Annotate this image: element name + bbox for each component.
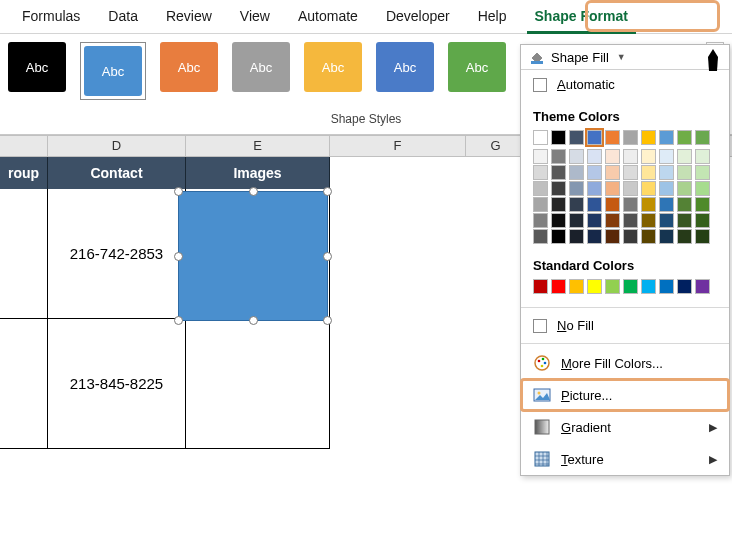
theme-tint-swatch[interactable] <box>587 181 602 196</box>
standard-color-swatch[interactable] <box>677 279 692 294</box>
theme-tint-swatch[interactable] <box>551 229 566 244</box>
style-swatch-5[interactable]: Abc <box>304 42 362 92</box>
theme-tint-swatch[interactable] <box>551 197 566 212</box>
theme-color-swatch[interactable] <box>533 130 548 145</box>
tab-help[interactable]: Help <box>464 2 521 33</box>
theme-color-swatch[interactable] <box>677 130 692 145</box>
theme-tint-swatch[interactable] <box>623 149 638 164</box>
theme-tint-swatch[interactable] <box>641 213 656 228</box>
standard-color-swatch[interactable] <box>533 279 548 294</box>
theme-tint-swatch[interactable] <box>587 213 602 228</box>
theme-tint-swatch[interactable] <box>569 149 584 164</box>
theme-tint-swatch[interactable] <box>659 149 674 164</box>
col-header-g[interactable]: G <box>466 136 526 156</box>
theme-tint-swatch[interactable] <box>587 165 602 180</box>
style-swatch-6[interactable]: Abc <box>376 42 434 92</box>
theme-tint-swatch[interactable] <box>659 213 674 228</box>
theme-tint-swatch[interactable] <box>533 197 548 212</box>
cell-images-2[interactable] <box>186 319 330 449</box>
tab-shape-format[interactable]: Shape Format <box>521 2 642 33</box>
col-header-c[interactable] <box>0 136 48 156</box>
standard-color-swatch[interactable] <box>659 279 674 294</box>
col-header-e[interactable]: E <box>186 136 330 156</box>
cell-contact-2[interactable]: 213-845-8225 <box>48 319 186 449</box>
theme-color-swatch[interactable] <box>551 130 566 145</box>
style-swatch-3[interactable]: Abc <box>160 42 218 92</box>
fill-no-fill[interactable]: No Fill <box>521 311 729 340</box>
theme-color-swatch[interactable] <box>623 130 638 145</box>
standard-color-swatch[interactable] <box>587 279 602 294</box>
theme-tint-swatch[interactable] <box>569 229 584 244</box>
theme-tint-swatch[interactable] <box>695 213 710 228</box>
fill-gradient[interactable]: Gradient ▶ <box>521 411 729 443</box>
theme-tint-swatch[interactable] <box>641 165 656 180</box>
theme-tint-swatch[interactable] <box>623 197 638 212</box>
theme-color-swatch[interactable] <box>695 130 710 145</box>
standard-color-swatch[interactable] <box>695 279 710 294</box>
theme-tint-swatch[interactable] <box>569 181 584 196</box>
theme-tint-swatch[interactable] <box>605 229 620 244</box>
theme-tint-swatch[interactable] <box>677 181 692 196</box>
theme-tint-swatch[interactable] <box>659 165 674 180</box>
theme-tint-swatch[interactable] <box>659 197 674 212</box>
theme-tint-swatch[interactable] <box>605 149 620 164</box>
theme-tint-swatch[interactable] <box>551 181 566 196</box>
theme-tint-swatch[interactable] <box>569 213 584 228</box>
standard-color-swatch[interactable] <box>605 279 620 294</box>
theme-tint-swatch[interactable] <box>605 165 620 180</box>
theme-tint-swatch[interactable] <box>605 213 620 228</box>
fill-picture[interactable]: Picture... <box>521 379 729 411</box>
theme-color-swatch[interactable] <box>587 130 602 145</box>
theme-tint-swatch[interactable] <box>623 229 638 244</box>
theme-tint-swatch[interactable] <box>533 149 548 164</box>
cell-group-2[interactable] <box>0 319 48 449</box>
theme-tint-swatch[interactable] <box>641 229 656 244</box>
fill-automatic[interactable]: Automatic <box>521 70 729 99</box>
tab-view[interactable]: View <box>226 2 284 33</box>
theme-tint-swatch[interactable] <box>605 181 620 196</box>
theme-tint-swatch[interactable] <box>533 181 548 196</box>
theme-tint-swatch[interactable] <box>695 229 710 244</box>
resize-handle-e[interactable] <box>323 252 332 261</box>
theme-tint-swatch[interactable] <box>659 229 674 244</box>
standard-color-swatch[interactable] <box>551 279 566 294</box>
theme-tint-swatch[interactable] <box>551 213 566 228</box>
col-header-d[interactable]: D <box>48 136 186 156</box>
theme-tint-swatch[interactable] <box>587 229 602 244</box>
style-swatch-4[interactable]: Abc <box>232 42 290 92</box>
theme-tint-swatch[interactable] <box>587 197 602 212</box>
resize-handle-ne[interactable] <box>323 187 332 196</box>
fill-texture[interactable]: Texture ▶ <box>521 443 729 475</box>
standard-color-swatch[interactable] <box>623 279 638 294</box>
theme-color-swatch[interactable] <box>569 130 584 145</box>
theme-color-swatch[interactable] <box>605 130 620 145</box>
fill-more-colors[interactable]: More Fill Colors... <box>521 347 729 379</box>
style-swatch-1[interactable]: Abc <box>8 42 66 92</box>
theme-color-swatch[interactable] <box>641 130 656 145</box>
theme-tint-swatch[interactable] <box>533 213 548 228</box>
theme-tint-swatch[interactable] <box>569 197 584 212</box>
theme-tint-swatch[interactable] <box>605 197 620 212</box>
theme-tint-swatch[interactable] <box>677 229 692 244</box>
tab-review[interactable]: Review <box>152 2 226 33</box>
theme-tint-swatch[interactable] <box>551 149 566 164</box>
theme-tint-swatch[interactable] <box>569 165 584 180</box>
standard-color-swatch[interactable] <box>641 279 656 294</box>
theme-tint-swatch[interactable] <box>695 181 710 196</box>
theme-tint-swatch[interactable] <box>695 197 710 212</box>
theme-tint-swatch[interactable] <box>641 149 656 164</box>
shape-fill-button[interactable]: Shape Fill ▼ <box>521 45 729 70</box>
theme-tint-swatch[interactable] <box>677 213 692 228</box>
resize-handle-w[interactable] <box>174 252 183 261</box>
col-header-f[interactable]: F <box>330 136 466 156</box>
theme-tint-swatch[interactable] <box>533 165 548 180</box>
theme-tint-swatch[interactable] <box>677 165 692 180</box>
theme-tint-swatch[interactable] <box>695 149 710 164</box>
theme-tint-swatch[interactable] <box>623 165 638 180</box>
resize-handle-s[interactable] <box>249 316 258 325</box>
theme-tint-swatch[interactable] <box>695 165 710 180</box>
theme-tint-swatch[interactable] <box>533 229 548 244</box>
resize-handle-n[interactable] <box>249 187 258 196</box>
resize-handle-nw[interactable] <box>174 187 183 196</box>
theme-tint-swatch[interactable] <box>623 213 638 228</box>
